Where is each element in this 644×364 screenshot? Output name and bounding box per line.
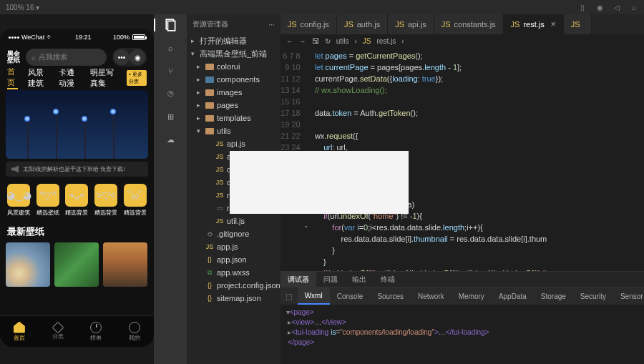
file-icon bbox=[205, 89, 214, 96]
search-icon[interactable]: ⌕ bbox=[164, 41, 177, 54]
clock: 19:21 bbox=[75, 34, 92, 41]
wallpaper-item[interactable] bbox=[6, 242, 50, 287]
tab-bar: 首页分类榜单我的 bbox=[0, 315, 154, 347]
file-icon bbox=[205, 77, 214, 83]
editor-tab[interactable]: JSconfig.js bbox=[280, 14, 337, 34]
tree-node[interactable]: ▸colorui bbox=[187, 60, 280, 73]
devtools-tab[interactable]: Sensor bbox=[613, 287, 644, 305]
category-item[interactable]: •ᴗ•精选背景 bbox=[65, 184, 88, 217]
simulator-panel: WeChatᯤ 19:21 100% 黑金壁纸 ⌕点我搜索 •••◉ 首页风景建… bbox=[0, 14, 154, 364]
crumb-file[interactable]: rest.js bbox=[376, 37, 396, 45]
me-icon bbox=[129, 322, 140, 333]
tabbar-item[interactable]: 榜单 bbox=[90, 322, 102, 342]
hero-image[interactable] bbox=[6, 90, 148, 159]
extensions-icon[interactable]: ⊞ bbox=[164, 110, 177, 123]
tree-node[interactable]: ⧉app.wxss bbox=[187, 266, 280, 279]
tree-node[interactable]: ▾高端黑金壁纸_前端 bbox=[187, 47, 280, 60]
fold-icon[interactable]: ⌄ bbox=[303, 222, 312, 229]
save-icon[interactable]: 🖫 bbox=[312, 37, 319, 45]
wallpaper-item[interactable] bbox=[103, 242, 147, 287]
debug-tab[interactable]: 终端 bbox=[374, 272, 402, 287]
tabbar-item[interactable]: 我的 bbox=[129, 322, 140, 342]
tree-node[interactable]: ▸images bbox=[187, 86, 280, 99]
device-icon[interactable]: ▯ bbox=[578, 3, 587, 11]
tabbar-item[interactable]: 首页 bbox=[14, 322, 25, 342]
js-icon: JS bbox=[363, 37, 371, 45]
js-icon: JS bbox=[511, 20, 520, 29]
tree-node[interactable]: ▸templates bbox=[187, 112, 280, 124]
cloud-icon[interactable]: ☁ bbox=[164, 133, 177, 146]
explorer-icon[interactable] bbox=[154, 19, 187, 31]
nav-tab[interactable]: 风景建筑 bbox=[28, 67, 49, 89]
svg-rect-1 bbox=[168, 21, 175, 31]
nav-tab[interactable]: 首页 bbox=[7, 67, 18, 89]
devtools-tab[interactable]: Security bbox=[573, 287, 613, 305]
tree-node[interactable]: ▸pages bbox=[187, 99, 280, 112]
tree-node[interactable]: {}sitemap.json bbox=[187, 292, 280, 305]
tree-node[interactable]: ▾utils bbox=[187, 124, 280, 137]
tabbar-item[interactable]: 分类 bbox=[52, 323, 64, 340]
search-input[interactable]: ⌕点我搜索 bbox=[26, 49, 107, 66]
activity-bar: ⌕ ⑂ ⧁ ⊞ ☁ bbox=[154, 14, 187, 364]
tree-node[interactable]: JSapi.js bbox=[187, 137, 280, 150]
cat-icon bbox=[52, 321, 64, 333]
tree-node[interactable]: JSapp.js bbox=[187, 240, 280, 253]
home-icon[interactable]: ⌂ bbox=[630, 3, 638, 11]
file-icon bbox=[205, 128, 214, 134]
editor-tab[interactable]: JS bbox=[564, 14, 592, 34]
announcement[interactable]: 太阳!夜的解析也是干这下班给 负责下载! bbox=[6, 162, 148, 177]
editor-tab[interactable]: JSconstants.js bbox=[434, 14, 504, 34]
categories: ◕‿◕风景建筑^▽^精选壁纸•ᴗ•精选背景>▽<精选背景˘ω˘精选背景 bbox=[0, 179, 154, 221]
more-categories[interactable]: • 更多分类 bbox=[127, 70, 147, 86]
forward-icon[interactable]: → bbox=[299, 37, 306, 45]
tree-node[interactable]: JSutil.js bbox=[187, 215, 280, 227]
category-item[interactable]: >▽<精选背景 bbox=[94, 184, 117, 217]
category-item[interactable]: ^▽^精选壁纸 bbox=[36, 184, 59, 217]
file-icon: ◇ bbox=[205, 230, 214, 238]
editor-tab[interactable]: JSrest.js× bbox=[504, 14, 564, 34]
close-icon[interactable]: × bbox=[551, 19, 556, 29]
tree-node[interactable]: {}project.config.json bbox=[187, 279, 280, 292]
face-icon: ^▽^ bbox=[36, 184, 59, 207]
fold-icon[interactable]: ⌄ bbox=[303, 267, 312, 271]
more-icon[interactable]: ··· bbox=[268, 21, 274, 29]
debug-tab[interactable]: 输出 bbox=[345, 272, 374, 287]
debug-tab[interactable]: 调试器 bbox=[280, 272, 316, 287]
tree-node[interactable]: ◇.gitignore bbox=[187, 227, 280, 240]
face-icon: ◕‿◕ bbox=[7, 184, 30, 207]
devtools-tab[interactable]: Storage bbox=[534, 287, 573, 305]
zoom-label: 100% 16 ▾ bbox=[6, 4, 39, 11]
wallpaper-item[interactable] bbox=[54, 242, 99, 287]
back-icon[interactable]: ← bbox=[286, 37, 293, 45]
devtools-tab[interactable]: Memory bbox=[452, 287, 492, 305]
crumb-folder[interactable]: utils bbox=[336, 37, 349, 45]
capsule-close[interactable]: ◉ bbox=[130, 49, 145, 65]
file-icon: JS bbox=[215, 191, 224, 200]
inspect-icon[interactable]: ⬚ bbox=[280, 292, 298, 300]
devtools-tab[interactable]: Sources bbox=[370, 287, 411, 305]
devtools-tab[interactable]: AppData bbox=[492, 287, 534, 305]
category-item[interactable]: ˘ω˘精选背景 bbox=[124, 184, 147, 217]
record-icon[interactable]: ◉ bbox=[595, 3, 604, 11]
editor-tab[interactable]: JSauth.js bbox=[337, 14, 388, 34]
devtools-tab[interactable]: Console bbox=[330, 287, 371, 305]
history-icon[interactable]: ↻ bbox=[325, 37, 331, 45]
debug-tab[interactable]: 问题 bbox=[316, 272, 345, 287]
debug-icon[interactable]: ⧁ bbox=[164, 87, 177, 100]
tree-node[interactable]: ▸components bbox=[187, 73, 280, 86]
file-icon bbox=[205, 102, 214, 109]
category-item[interactable]: ◕‿◕风景建筑 bbox=[7, 184, 30, 217]
file-icon: {} bbox=[205, 294, 214, 302]
tree-node[interactable]: ▸打开的编辑器 bbox=[187, 34, 280, 47]
git-icon[interactable]: ⑂ bbox=[164, 64, 177, 77]
explorer-title: 资源管理器 bbox=[192, 19, 228, 29]
mute-icon[interactable]: ◁ bbox=[613, 3, 621, 11]
tree-node[interactable]: {}app.json bbox=[187, 253, 280, 266]
wxml-tree[interactable]: ▾<page> ▸<view>…</view> ▸<tui-loading is… bbox=[280, 305, 644, 364]
capsule-menu[interactable]: ••• bbox=[114, 49, 130, 65]
devtools-tab[interactable]: Wxml bbox=[298, 287, 330, 305]
nav-tab[interactable]: 明星写真集 bbox=[90, 67, 117, 89]
devtools-tab[interactable]: Network bbox=[411, 287, 452, 305]
nav-tab[interactable]: 卡通动漫 bbox=[59, 67, 80, 89]
editor-tab[interactable]: JSapi.js bbox=[388, 14, 434, 34]
